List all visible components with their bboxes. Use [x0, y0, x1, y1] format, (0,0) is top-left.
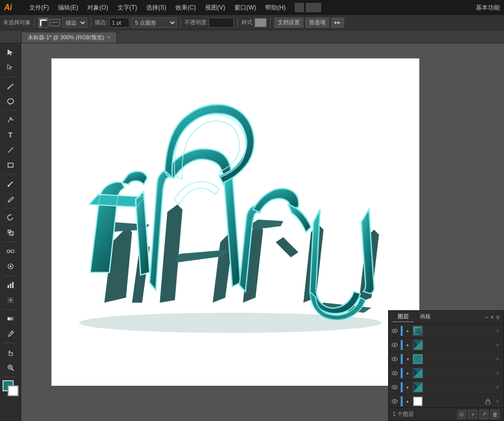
layers-footer-buttons: ◎ ＋ ↗ 🗑: [457, 410, 499, 419]
fill-stroke-colors[interactable]: [3, 380, 19, 396]
tab-close-btn[interactable]: ×: [107, 35, 110, 40]
stroke-width-input[interactable]: [109, 18, 130, 28]
pen-tool[interactable]: [4, 113, 18, 127]
column-graph-tool[interactable]: [4, 278, 18, 292]
layer-color-indicator: [401, 382, 403, 392]
panel-close-btn[interactable]: ×: [490, 314, 494, 321]
title-bar: Ai 文件(F) 编辑(E) 对象(O) 文字(T) 选择(S) 效果(C) 视…: [0, 0, 504, 15]
pencil-tool[interactable]: [4, 192, 18, 206]
svg-point-26: [79, 313, 382, 333]
layer-color-indicator: [401, 354, 403, 364]
brush-select[interactable]: 5 点圆形: [132, 18, 177, 28]
scale-tool[interactable]: [4, 226, 18, 240]
svg-point-30: [394, 344, 396, 345]
layer-thumbnail: [413, 396, 423, 406]
layer-row[interactable]: ▸ ○: [389, 394, 503, 407]
panel-min-btn[interactable]: −: [485, 314, 488, 321]
layer-expand-btn[interactable]: ▸: [405, 385, 411, 390]
magic-wand-tool[interactable]: [4, 79, 18, 93]
svg-line-23: [12, 369, 14, 371]
layers-content: ▸ ○ ▸: [389, 324, 503, 407]
menu-effect[interactable]: 效果(C): [171, 3, 200, 13]
layer-visibility-toggle[interactable]: [391, 341, 399, 349]
paintbrush-tool[interactable]: [4, 177, 18, 191]
blend-tool[interactable]: [4, 244, 18, 258]
layer-row[interactable]: ▾ ○: [389, 352, 503, 366]
layer-visibility-toggle[interactable]: [391, 383, 399, 391]
delete-layer-btn[interactable]: 🗑: [490, 410, 499, 419]
menu-view[interactable]: 视图(V): [201, 3, 229, 13]
layer-lock-icon[interactable]: [484, 398, 491, 405]
layer-visibility-toggle[interactable]: [391, 327, 399, 335]
symbol-tool[interactable]: [4, 259, 18, 273]
layer-visibility-toggle[interactable]: [391, 369, 399, 377]
menu-object[interactable]: 对象(O): [83, 3, 112, 13]
menu-edit[interactable]: 编辑(E): [54, 3, 82, 13]
svg-rect-19: [12, 282, 14, 288]
mesh-tool[interactable]: [4, 293, 18, 307]
layer-visibility-toggle[interactable]: [391, 355, 399, 363]
stroke-label: 描边:: [95, 19, 107, 26]
tab-label: 未标题-1* @ 300% (RGB/预览): [28, 34, 104, 41]
svg-point-36: [394, 386, 396, 388]
layer-thumbnail: [413, 326, 423, 336]
opacity-input[interactable]: 100%: [209, 18, 234, 28]
menu-file[interactable]: 文件(F): [25, 3, 53, 13]
rectangle-tool[interactable]: [4, 158, 18, 172]
layer-target-circle[interactable]: ○: [493, 341, 501, 349]
layer-row[interactable]: ▸ ○: [389, 324, 503, 338]
layer-row[interactable]: ▸ ○: [389, 380, 503, 394]
layer-expand-btn[interactable]: ▸: [405, 342, 411, 347]
svg-rect-20: [8, 317, 14, 320]
doc-settings-btn[interactable]: 文档设置: [274, 18, 303, 28]
layer-expand-btn[interactable]: ▸: [405, 399, 411, 404]
layer-count-label: 1 个图层: [393, 410, 414, 418]
layer-target-circle[interactable]: ○: [493, 327, 501, 335]
layer-expand-btn[interactable]: ▾: [405, 357, 411, 362]
line-tool[interactable]: [4, 143, 18, 157]
move-to-layer-btn[interactable]: ↗: [479, 410, 488, 419]
layer-target-circle[interactable]: ○: [493, 383, 501, 391]
eyedropper-tool[interactable]: [4, 327, 18, 341]
layer-color-indicator: [401, 340, 403, 350]
artboards-tab[interactable]: 画板: [415, 312, 436, 322]
menu-select[interactable]: 选择(S): [142, 3, 170, 13]
more-options-btn[interactable]: ▸▸: [331, 18, 344, 28]
menu-window[interactable]: 窗口(W): [230, 3, 260, 13]
layer-expand-btn[interactable]: ▸: [405, 371, 411, 376]
layers-footer: 1 个图层 ◎ ＋ ↗ 🗑: [389, 407, 503, 420]
rotate-tool[interactable]: [4, 210, 18, 225]
create-new-layer-btn[interactable]: ＋: [468, 410, 477, 419]
svg-point-34: [394, 372, 396, 374]
menu-help[interactable]: 帮助(H): [261, 3, 290, 13]
zoom-tool[interactable]: [4, 361, 18, 375]
document-tab[interactable]: 未标题-1* @ 300% (RGB/预览) ×: [21, 32, 117, 43]
direct-selection-tool[interactable]: [4, 60, 18, 75]
stroke-style-select[interactable]: 描边: [62, 18, 87, 28]
layer-row[interactable]: ▸ ○: [389, 338, 503, 352]
layer-target-circle[interactable]: ○: [493, 397, 501, 405]
selection-tool[interactable]: [4, 45, 18, 59]
layer-thumbnail: [413, 354, 423, 364]
layers-panel: 图层 画板 − × ≡ ▸: [388, 310, 504, 421]
layer-row[interactable]: ▸ ○: [389, 366, 503, 380]
layer-lock-icon: [484, 356, 491, 363]
layers-panel-header: 图层 画板 − × ≡: [389, 311, 503, 324]
hand-tool[interactable]: [4, 345, 18, 360]
svg-point-28: [394, 330, 396, 331]
locate-object-btn[interactable]: ◎: [457, 410, 466, 419]
opacity-label: 不透明度: [184, 19, 207, 26]
panel-menu-btn[interactable]: ≡: [496, 314, 499, 321]
preferences-btn[interactable]: 首选项: [305, 18, 329, 28]
layer-target-circle[interactable]: ○: [493, 355, 501, 363]
layer-expand-btn[interactable]: ▸: [405, 328, 411, 333]
style-label: 样式: [241, 19, 253, 26]
layer-target-circle[interactable]: ○: [493, 369, 501, 377]
title-right: 基本功能: [476, 4, 500, 12]
layers-tab[interactable]: 图层: [393, 312, 414, 322]
lasso-tool[interactable]: [4, 94, 18, 108]
menu-text[interactable]: 文字(T): [113, 3, 141, 13]
gradient-tool[interactable]: [4, 312, 18, 326]
type-tool[interactable]: T: [4, 128, 18, 142]
layer-visibility-toggle[interactable]: [391, 397, 399, 405]
